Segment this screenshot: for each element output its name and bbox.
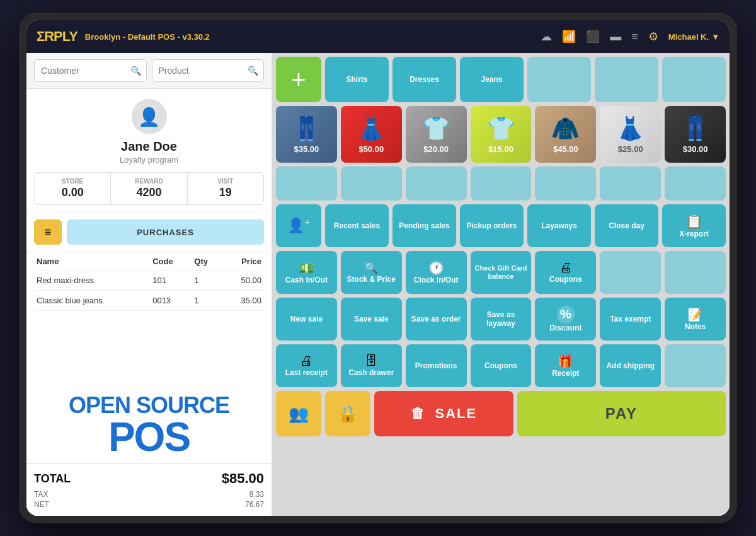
coupons-tile-2[interactable]: 🖨 Coupons (535, 251, 596, 294)
product-shirt-yellow[interactable]: 👕 $15.00 (471, 106, 532, 163)
recent-sales-tile[interactable]: Recent sales (325, 204, 389, 247)
customers-button[interactable]: 👥 (276, 391, 321, 436)
promotions-tile[interactable]: Promotions (406, 344, 467, 387)
product-jeans[interactable]: 👖 $35.00 (276, 106, 337, 163)
cash-inout-tile[interactable]: 💵 Cash In/Out (276, 251, 337, 294)
category-dresses[interactable]: Dresses (392, 57, 456, 102)
save-layaway-tile[interactable]: Save as layaway (471, 298, 532, 341)
category-empty-1 (527, 57, 591, 102)
category-empty-3 (662, 57, 726, 102)
receipt-icon-button[interactable]: ≡ (34, 219, 62, 245)
product-dress-price: $50.00 (358, 144, 384, 154)
close-day-tile[interactable]: Close day (595, 204, 658, 247)
category-row: + Shirts Dresses Jeans (276, 57, 726, 102)
cash-inout-label: Cash In/Out (285, 276, 328, 284)
col-qty: Qty (192, 252, 222, 271)
category-shirts[interactable]: Shirts (325, 57, 389, 102)
receipt-tile[interactable]: 🎁 Receipt (535, 344, 596, 387)
row-price: 50.00 (222, 271, 264, 291)
layaways-tile[interactable]: Layaways (527, 204, 591, 247)
coupons-label-2: Coupons (549, 275, 582, 284)
add-tile[interactable]: + (276, 57, 321, 102)
product-pants-black[interactable]: 👖 $30.00 (665, 106, 726, 163)
empty-row (276, 166, 726, 201)
clock-inout-tile[interactable]: 🕐 Clock In/Out (406, 251, 467, 294)
discount-tile[interactable]: % Discount (535, 298, 596, 341)
clock-inout-label: Clock In/Out (414, 276, 459, 284)
x-report-label: X-report (679, 230, 709, 238)
add-customer-tile[interactable]: 👤+ (276, 204, 321, 247)
stat-store-value: 0.00 (38, 186, 106, 199)
cash-drawer-tile[interactable]: 🗄 Cash drawer (341, 344, 402, 387)
func2-empty-1 (600, 251, 661, 294)
cloud-icon[interactable]: ☁ (541, 30, 552, 44)
product-shirt-gray-price: $20.00 (423, 144, 449, 154)
category-empty-2 (595, 57, 658, 102)
user-menu[interactable]: Michael K. ▼ (668, 32, 719, 42)
new-sale-label: New sale (290, 315, 323, 323)
save-order-tile[interactable]: Save as order (406, 298, 467, 341)
coupons-tile-3[interactable]: Coupons (471, 344, 532, 387)
product-pants-white-price: $25.00 (618, 144, 643, 154)
row-name: Red maxi-dress (34, 271, 150, 291)
layaways-label: Layaways (541, 221, 577, 230)
gift-card-label: Check Gift Card balance (473, 264, 529, 281)
product-dress-red[interactable]: 👗 $50.00 (341, 106, 402, 163)
minimize-icon[interactable]: ▬ (610, 30, 621, 44)
gift-card-tile[interactable]: Check Gift Card balance (471, 251, 532, 294)
customer-search-input[interactable] (41, 66, 125, 76)
category-shirts-label: Shirts (346, 75, 367, 84)
empty-2 (341, 166, 402, 201)
customer-section: 👤 Jane Doe Loyalty program STORE 0.00 RE… (26, 89, 272, 213)
pending-sales-tile[interactable]: Pending sales (392, 204, 456, 247)
menu-icon[interactable]: ≡ (631, 30, 638, 44)
customer-name: Jane Doe (121, 139, 177, 154)
x-report-tile[interactable]: 📋 X-report (662, 204, 726, 247)
product-jeans-price: $35.00 (294, 144, 319, 154)
pos-line1: OPEN SOURCE (34, 394, 264, 417)
func-row-4: 🖨 Last receipt 🗄 Cash drawer Promotions … (276, 344, 726, 387)
last-receipt-tile[interactable]: 🖨 Last receipt (276, 344, 337, 387)
stat-reward-value: 4200 (115, 186, 183, 199)
screen-icon[interactable]: ⬛ (586, 30, 600, 44)
close-day-label: Close day (609, 221, 644, 230)
stat-reward-label: REWARD (115, 178, 183, 185)
row-code: 0013 (150, 291, 192, 311)
cash-drawer-label: Cash drawer (348, 368, 394, 377)
sale-button[interactable]: 🗑 SALE (374, 391, 513, 436)
lock-icon: 🔒 (338, 404, 358, 424)
col-name: Name (34, 252, 150, 271)
header-title: Brooklyn - Default POS - v3.30.2 (85, 32, 210, 42)
action-buttons: ≡ PURCHASES (26, 213, 272, 252)
stock-price-tile[interactable]: 🔍 Stock & Price (341, 251, 402, 294)
customer-avatar: 👤 (132, 99, 167, 134)
add-shipping-tile[interactable]: Add shipping (600, 344, 661, 387)
new-sale-tile[interactable]: New sale (276, 298, 337, 341)
empty-5 (535, 166, 596, 201)
category-jeans[interactable]: Jeans (460, 57, 524, 102)
settings-icon[interactable]: ⚙ (648, 30, 658, 44)
stat-visit-label: VISIT (192, 178, 260, 185)
product-search-input[interactable] (159, 66, 243, 76)
product-search-icon: 🔍 (248, 66, 258, 76)
main-content: 🔍 🔍 👤 Jane Doe Loyalty program STORE (26, 53, 730, 516)
category-jeans-label: Jeans (481, 75, 502, 84)
pickup-orders-tile[interactable]: Pickup orders (460, 204, 524, 247)
notes-tile[interactable]: 📝 Notes (665, 298, 726, 341)
pay-label: PAY (605, 405, 638, 422)
product-pants-white[interactable]: 👗 $25.00 (600, 106, 661, 163)
lock-button[interactable]: 🔒 (325, 391, 370, 436)
func-row-3: New sale Save sale Save as order Save as… (276, 298, 726, 341)
totals-section: TOTAL $85.00 TAX 8.33 NET 76.67 (26, 463, 272, 516)
save-sale-tile[interactable]: Save sale (341, 298, 402, 341)
tax-exempt-tile[interactable]: Tax exempt (600, 298, 661, 341)
save-order-label: Save as order (411, 315, 461, 323)
pay-button[interactable]: PAY (517, 391, 726, 436)
product-shirt-gray[interactable]: 👕 $20.00 (406, 106, 467, 163)
func4-empty-1 (665, 344, 726, 387)
stat-reward: REWARD 4200 (111, 173, 187, 204)
device-frame: ΣRPLY Brooklyn - Default POS - v3.30.2 ☁… (19, 13, 737, 523)
product-coat[interactable]: 🧥 $45.00 (535, 106, 596, 163)
purchases-button[interactable]: PURCHASES (67, 219, 264, 245)
stat-visit-value: 19 (192, 186, 260, 199)
